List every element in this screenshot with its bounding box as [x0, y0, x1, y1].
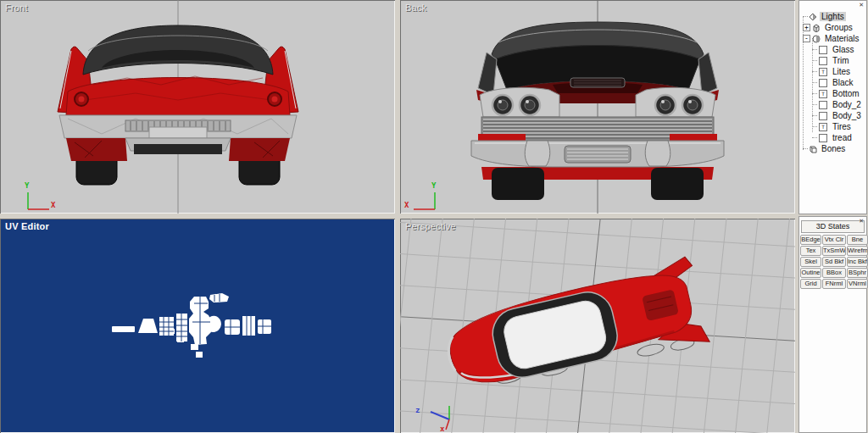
material-swatch-icon: T: [819, 123, 827, 131]
close-icon[interactable]: ✕: [859, 2, 864, 8]
tree-item-label: Body_3: [831, 111, 863, 120]
material-swatch-icon: [819, 112, 827, 120]
state-button-sdbkf[interactable]: Sd Bkf: [822, 257, 846, 267]
scene-tree: Lights + Groups - Materials Glass: [803, 11, 865, 154]
state-button-outine[interactable]: Outine: [800, 268, 821, 278]
viewport-front[interactable]: Y X Front: [0, 0, 395, 214]
tree-item-label: Lights: [820, 12, 846, 21]
state-button-grid[interactable]: Grid: [800, 279, 821, 289]
tree-item-label: tread: [831, 133, 854, 142]
tree-item-label: Bones: [820, 144, 847, 153]
tree-item-label: Glass: [831, 45, 856, 54]
material-swatch-icon: [819, 134, 827, 142]
state-button-bedge[interactable]: BEdge: [800, 235, 821, 245]
close-icon[interactable]: ✕: [859, 218, 864, 225]
state-button-vtxclr[interactable]: Vtx Clr: [822, 235, 846, 245]
state-button-bneclr[interactable]: Bne Clr: [847, 235, 868, 245]
tree-connector: [812, 126, 817, 127]
viewport-back[interactable]: Y X Back: [400, 0, 795, 214]
bone-icon: [809, 145, 817, 153]
tree-item-material-body3[interactable]: Body_3: [812, 110, 865, 121]
light-icon: [809, 13, 817, 21]
scene-tree-panel: ✕ Lights + Groups -: [798, 0, 867, 214]
state-button-wirefme[interactable]: Wirefme: [847, 246, 868, 256]
material-swatch-icon: [819, 46, 827, 54]
axis-z-label: z: [415, 406, 420, 414]
tree-connector: [812, 49, 817, 50]
tree-connector: [812, 115, 817, 116]
sidebar: ✕ Lights + Groups -: [798, 0, 868, 433]
tree-item-label: Bottom: [831, 89, 861, 98]
tree-item-material-body2[interactable]: Body_2: [812, 99, 865, 110]
tree-connector: [812, 137, 817, 138]
viewport-uv-editor[interactable]: UV Editor: [0, 219, 395, 433]
viewport-uv-label: UV Editor: [5, 221, 49, 231]
tree-connector: [803, 16, 808, 17]
material-swatch-icon: [819, 79, 827, 87]
axis-y-label: Y: [25, 181, 29, 190]
state-button-bbox[interactable]: BBox: [822, 268, 846, 278]
material-swatch-icon: T: [819, 68, 827, 76]
axis-y-label: Y: [431, 181, 436, 190]
uv-editor-canvas: [0, 219, 395, 433]
tree-item-label: Black: [831, 78, 854, 87]
tree-connector: [812, 82, 817, 83]
expand-minus-icon[interactable]: -: [803, 35, 810, 42]
front-viewport-canvas: [0, 0, 395, 214]
states-panel-title: 3D States: [801, 220, 865, 233]
tree-item-label: Body_2: [831, 100, 863, 109]
state-button-texsm[interactable]: Tex Sm: [800, 246, 821, 256]
axis-x-label: X: [404, 201, 409, 209]
states-button-grid: BEdge Vtx Clr Bne Clr Tex Sm TxSmWt Wire…: [800, 235, 866, 289]
material-swatch-icon: [819, 101, 827, 109]
tree-connector: [812, 93, 817, 94]
state-button-bsphr[interactable]: BSphr: [847, 268, 868, 278]
state-button-txsmwt[interactable]: TxSmWt: [822, 246, 846, 256]
tree-item-material-tires[interactable]: T Tires: [812, 121, 865, 132]
tree-item-bones[interactable]: Bones: [803, 143, 865, 154]
tree-item-label: Materials: [823, 34, 861, 43]
viewport-front-label: Front: [5, 3, 28, 13]
axis-x-label: X: [51, 201, 55, 209]
tree-item-groups[interactable]: + Groups: [803, 22, 865, 33]
tree-connector: [812, 71, 817, 72]
cube-icon: [812, 24, 821, 32]
tree-item-label: Groups: [823, 23, 854, 32]
state-button-fnrml[interactable]: FNrml: [822, 279, 846, 289]
state-button-incbkf[interactable]: Inc Bkf: [847, 257, 868, 267]
axis-gizmo: [28, 192, 49, 209]
tree-connector: [812, 104, 817, 105]
tree-item-label: Tires: [831, 122, 853, 131]
state-button-skel[interactable]: Skel: [800, 257, 821, 267]
back-viewport-canvas: [400, 0, 795, 214]
tree-item-materials[interactable]: - Materials: [803, 33, 865, 44]
horizontal-splitter[interactable]: [0, 214, 795, 219]
tree-item-material-lites[interactable]: T Lites: [812, 66, 865, 77]
tree-item-label: Trim: [831, 56, 851, 65]
perspective-canvas: [400, 219, 795, 433]
tree-connector: [803, 148, 808, 149]
sphere-icon: [812, 35, 821, 43]
viewport-perspective-label: Perspective: [405, 221, 456, 231]
tree-item-material-trim[interactable]: Trim: [812, 55, 865, 66]
uv-islands[interactable]: [112, 293, 271, 358]
tree-item-label: Lites: [831, 67, 852, 76]
tree-item-material-black[interactable]: Black: [812, 77, 865, 88]
states-panel: ✕ 3D States BEdge Vtx Clr Bne Clr Tex Sm…: [798, 216, 867, 433]
tree-item-material-tread[interactable]: tread: [812, 132, 865, 143]
expand-plus-icon[interactable]: +: [803, 24, 810, 31]
axis-gizmo: [414, 192, 435, 209]
tree-item-material-bottom[interactable]: T Bottom: [812, 88, 865, 99]
viewport-perspective[interactable]: z x Perspective: [400, 219, 795, 433]
tree-item-material-glass[interactable]: Glass: [812, 44, 865, 55]
car-perspective-render: [439, 256, 709, 402]
material-swatch-icon: T: [819, 90, 827, 98]
tree-item-lights[interactable]: Lights: [803, 11, 865, 22]
axis-x-label: x: [440, 425, 444, 433]
viewport-back-label: Back: [405, 3, 426, 13]
tree-connector: [812, 60, 817, 61]
material-swatch-icon: [819, 57, 827, 65]
state-button-vnrml[interactable]: VNrml: [847, 279, 868, 289]
sidebar-splitter[interactable]: [795, 0, 798, 433]
